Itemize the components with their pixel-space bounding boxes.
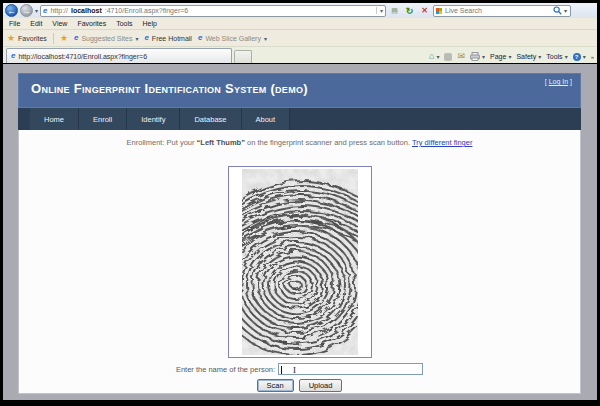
- refresh-icon: ↻: [406, 6, 414, 16]
- nav-tab-database[interactable]: Database: [180, 108, 241, 130]
- login-link[interactable]: Log In: [549, 78, 568, 85]
- tools-menu[interactable]: Tools ▾: [546, 53, 567, 60]
- page-menu-label: Page: [490, 53, 506, 60]
- back-icon: ←: [7, 6, 16, 16]
- toolbar-overflow-icon[interactable]: »: [591, 54, 594, 60]
- tab-bar: e http://localhost:4710/Enroll.aspx?fing…: [3, 46, 597, 63]
- page-menu[interactable]: Page ▾: [490, 53, 511, 60]
- read-mail-icon[interactable]: ✉: [457, 52, 465, 61]
- home-button[interactable]: ⌂ ▾: [429, 52, 439, 61]
- login-bracket: ]: [570, 78, 572, 85]
- help-menu[interactable]: ? ▾: [573, 53, 586, 61]
- nav-tab-about[interactable]: About: [242, 108, 291, 130]
- page-body: Enrollment: Put your “Left Thumb” on the…: [18, 130, 581, 394]
- enrollment-instruction: Enrollment: Put your “Left Thumb” on the…: [19, 130, 580, 147]
- chevron-down-icon: ▾: [482, 53, 485, 60]
- favorite-label: Web Slice Gallery: [205, 35, 261, 42]
- fingerprint-frame: [228, 166, 372, 358]
- address-input[interactable]: e http://localhost:4710/Enroll.aspx?fing…: [40, 5, 386, 17]
- url-protocol: http://: [50, 7, 68, 14]
- address-dropdown-icon[interactable]: ▾: [376, 7, 383, 14]
- action-buttons: Scan Upload: [19, 379, 580, 392]
- forward-button[interactable]: →: [20, 4, 33, 17]
- favorites-button[interactable]: ★ Favorites: [7, 33, 47, 43]
- screenshot-root: { "browser": { "address": { "protocol": …: [0, 0, 600, 406]
- favorite-label: Free Hotmail: [152, 35, 192, 42]
- command-bar: ⌂ ▾ ✉ ▾ Page ▾ Safety ▾ Tools ▾ ? ▾ »: [429, 52, 594, 63]
- url-path: :4710/Enroll.aspx?finger=6: [105, 7, 188, 14]
- chevron-down-icon: ▾: [264, 35, 267, 42]
- help-icon: ?: [573, 53, 581, 61]
- menu-favorites[interactable]: Favorites: [77, 20, 106, 27]
- url-host: localhost: [71, 7, 102, 14]
- site-header: Online Fingerprint Identification System…: [18, 73, 581, 108]
- page-title: Online Fingerprint Identification System…: [31, 81, 308, 96]
- search-provider-icon: [436, 8, 442, 14]
- scan-button[interactable]: Scan: [257, 379, 294, 392]
- upload-button[interactable]: Upload: [299, 379, 343, 392]
- search-icon: [553, 6, 562, 15]
- chevron-down-icon: ▾: [436, 53, 439, 60]
- recent-pages-dropdown[interactable]: ▾: [35, 7, 38, 14]
- menu-file[interactable]: File: [9, 20, 20, 27]
- search-box[interactable]: ▾: [433, 5, 571, 17]
- favorites-bar: ★ Favorites ★ e Suggested Sites ▾ e Free…: [3, 29, 597, 46]
- tab-favicon: e: [11, 52, 15, 60]
- compatibility-icon: ▤: [391, 7, 398, 15]
- chevron-down-icon: ▾: [135, 35, 138, 42]
- ie-icon: e: [144, 34, 148, 42]
- forward-icon: →: [22, 6, 31, 16]
- tab-title: http://localhost:4710/Enroll.aspx?finger…: [18, 53, 147, 60]
- name-input[interactable]: I: [278, 363, 423, 375]
- name-label: Enter the name of the person:: [176, 365, 275, 374]
- favorite-suggested-sites[interactable]: e Suggested Sites ▾: [74, 34, 138, 42]
- chevron-down-icon: ▾: [565, 53, 568, 60]
- login-area: [ Log In ]: [545, 78, 572, 85]
- login-bracket: [: [545, 78, 547, 85]
- site-favicon: e: [43, 7, 47, 15]
- tab-active[interactable]: e http://localhost:4710/Enroll.aspx?fing…: [6, 48, 232, 63]
- ie-icon: e: [198, 34, 202, 42]
- instruction-text: on the fingerprint scanner and press sca…: [245, 138, 412, 147]
- safety-menu[interactable]: Safety ▾: [516, 53, 541, 60]
- search-options-icon[interactable]: ▾: [564, 7, 567, 14]
- chevron-down-icon: ▾: [538, 53, 541, 60]
- stop-icon: ✕: [421, 6, 428, 15]
- search-input[interactable]: [445, 7, 531, 14]
- new-tab-button[interactable]: [234, 50, 252, 63]
- search-go-button[interactable]: ▾: [553, 6, 568, 15]
- favorites-star-icon: ★: [7, 33, 15, 43]
- menu-tools[interactable]: Tools: [116, 20, 132, 27]
- print-button[interactable]: ▾: [470, 52, 485, 61]
- menu-edit[interactable]: Edit: [30, 20, 42, 27]
- back-button[interactable]: ←: [5, 4, 18, 17]
- compatibility-view-button[interactable]: ▤: [388, 4, 401, 17]
- menu-bar: File Edit View Favorites Tools Help: [3, 18, 597, 29]
- printer-icon: [470, 52, 480, 61]
- favorite-free-hotmail[interactable]: e Free Hotmail: [144, 34, 192, 42]
- favorites-label: Favorites: [18, 35, 47, 42]
- safety-menu-label: Safety: [516, 53, 536, 60]
- separator: [53, 33, 54, 44]
- finger-name: “Left Thumb”: [197, 138, 245, 147]
- menu-help[interactable]: Help: [143, 20, 157, 27]
- refresh-button[interactable]: ↻: [403, 4, 416, 17]
- address-bar: ← → ▾ e http://localhost:4710/Enroll.asp…: [3, 3, 597, 18]
- favorite-label: Suggested Sites: [81, 35, 132, 42]
- nav-tab-identify[interactable]: Identify: [127, 108, 180, 130]
- site-content: Online Fingerprint Identification System…: [18, 73, 581, 394]
- chevron-down-icon: ▾: [583, 53, 586, 60]
- nav-tab-home[interactable]: Home: [30, 108, 79, 130]
- site-nav: Home Enroll Identify Database About: [18, 108, 581, 130]
- tools-menu-label: Tools: [546, 53, 562, 60]
- nav-tab-enroll[interactable]: Enroll: [79, 108, 127, 130]
- mouse-ibeam-cursor: I: [293, 365, 296, 375]
- ie-icon: e: [74, 34, 78, 42]
- try-different-finger-link[interactable]: Try different finger: [412, 138, 472, 147]
- stop-button[interactable]: ✕: [418, 4, 431, 17]
- menu-view[interactable]: View: [52, 20, 67, 27]
- favorite-web-slice-gallery[interactable]: e Web Slice Gallery ▾: [198, 34, 267, 42]
- text-caret: [281, 366, 282, 374]
- add-favorite-icon[interactable]: ★: [60, 33, 68, 43]
- feeds-icon[interactable]: [444, 53, 452, 61]
